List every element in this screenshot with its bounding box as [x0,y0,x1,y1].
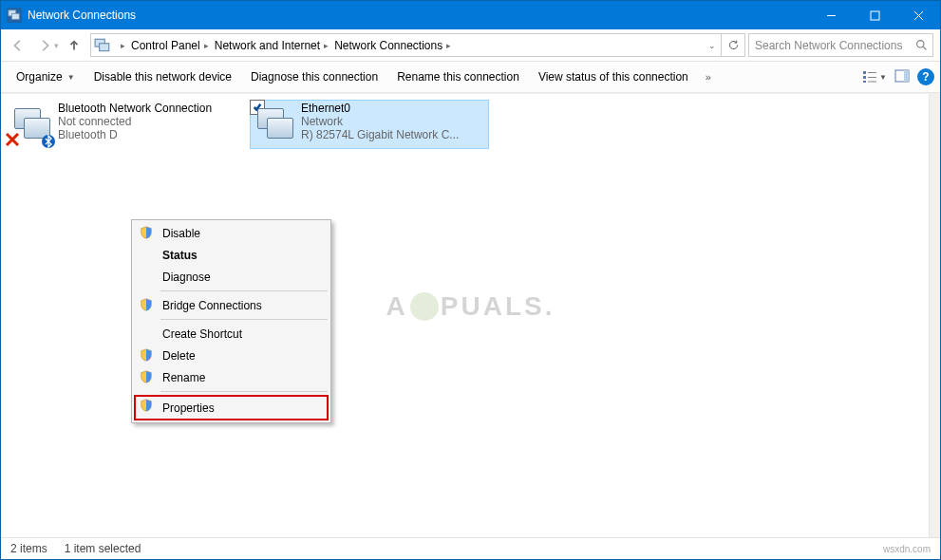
status-item-count: 2 items [10,542,47,555]
watermark-domain: wsxdn.com [883,544,931,554]
connection-item-ethernet[interactable]: Ethernet0 Network R) 82574L Gigabit Netw… [250,100,489,149]
svg-rect-17 [904,70,909,82]
crumb-label: Network Connections [334,39,442,52]
shield-icon [140,348,153,362]
svg-rect-7 [100,43,109,50]
disconnected-badge-icon [5,132,20,147]
preview-pane-button[interactable] [894,68,910,86]
search-box[interactable]: Search Network Connections [748,33,933,57]
context-menu: Disable Status Diagnose Bridge Connectio… [131,219,331,423]
organize-button[interactable]: Organize▼ [7,65,85,88]
command-bar: Organize▼ Disable this network device Di… [1,62,940,93]
crumb-label: Control Panel [131,39,200,52]
content-area[interactable]: Bluetooth Network Connection Not connect… [1,93,940,537]
status-selected-count: 1 item selected [65,542,141,555]
menu-create-shortcut[interactable]: Create Shortcut [134,323,329,345]
disable-device-button[interactable]: Disable this network device [85,65,241,88]
menu-bridge[interactable]: Bridge Connections [134,294,329,316]
connection-status: Network [301,115,483,128]
connection-name: Ethernet0 [301,102,483,115]
menu-delete[interactable]: Delete [134,345,329,366]
crumb-label: Network and Internet [215,39,320,52]
close-button[interactable] [896,1,940,29]
up-button[interactable] [61,32,87,59]
help-button[interactable]: ? [917,68,934,85]
svg-point-8 [916,41,923,47]
svg-line-9 [923,47,926,49]
shield-icon [140,370,153,383]
menu-separator [160,391,328,392]
connection-item-bluetooth[interactable]: Bluetooth Network Connection Not connect… [7,100,246,149]
shield-icon [140,226,153,239]
status-bar: 2 items 1 item selected wsxdn.com [1,537,940,559]
chevron-right-icon: ▸ [121,41,125,50]
search-placeholder: Search Network Connections [755,39,910,52]
refresh-button[interactable] [721,34,744,56]
connection-name: Bluetooth Network Connection [58,102,240,115]
network-connections-window: Network Connections ▾ ▸ Control Panel▸ N… [0,0,941,560]
minimize-button[interactable] [809,1,853,29]
diagnose-button[interactable]: Diagnose this connection [241,65,387,88]
location-icon [94,37,111,54]
breadcrumb-network-connections[interactable]: Network Connections▸ [331,34,454,56]
breadcrumb-control-panel[interactable]: Control Panel▸ [128,34,212,56]
menu-properties[interactable]: Properties [134,395,329,420]
view-status-button[interactable]: View status of this connection [529,65,698,88]
menu-status[interactable]: Status [134,244,329,266]
chevron-right-icon: ▸ [204,41,209,50]
connection-device: Bluetooth D [58,128,240,141]
back-button[interactable] [5,32,31,59]
window-title: Network Connections [28,9,809,22]
svg-rect-10 [863,71,866,74]
recent-dropdown[interactable]: ▾ [54,41,59,50]
chevron-right-icon: ▸ [446,41,451,50]
bluetooth-connection-icon [9,102,54,147]
search-icon[interactable] [910,39,932,51]
address-row: ▾ ▸ Control Panel▸ Network and Internet▸… [1,29,940,62]
connection-device: R) 82574L Gigabit Network C... [301,128,483,141]
svg-rect-12 [863,81,866,83]
menu-separator [160,319,328,320]
connection-status: Not connected [58,115,240,128]
address-bar[interactable]: ▸ Control Panel▸ Network and Internet▸ N… [90,33,745,57]
maximize-button[interactable] [853,1,896,29]
bluetooth-icon [41,134,56,149]
svg-rect-11 [863,76,866,79]
menu-disable[interactable]: Disable [134,222,329,244]
address-dropdown[interactable]: ⌄ [704,41,721,50]
breadcrumb-network-internet[interactable]: Network and Internet▸ [212,34,331,56]
breadcrumb-sep[interactable]: ▸ [114,34,128,56]
svg-rect-3 [871,11,879,20]
shield-icon [140,298,153,311]
menu-rename[interactable]: Rename [134,366,329,388]
vertical-scrollbar[interactable] [929,94,940,537]
titlebar[interactable]: Network Connections [1,1,940,29]
menu-diagnose[interactable]: Diagnose [134,266,329,288]
chevron-down-icon: ▼ [879,73,887,82]
overflow-chevron[interactable]: » [706,71,711,83]
app-icon [7,8,22,23]
menu-separator [160,290,328,291]
chevron-right-icon: ▸ [324,41,329,50]
rename-button[interactable]: Rename this connection [387,65,529,88]
svg-rect-1 [11,13,19,19]
shield-icon [140,399,153,412]
chevron-down-icon: ▼ [67,73,75,82]
change-view-button[interactable]: ▼ [862,69,887,84]
ethernet-connection-icon [252,102,297,147]
